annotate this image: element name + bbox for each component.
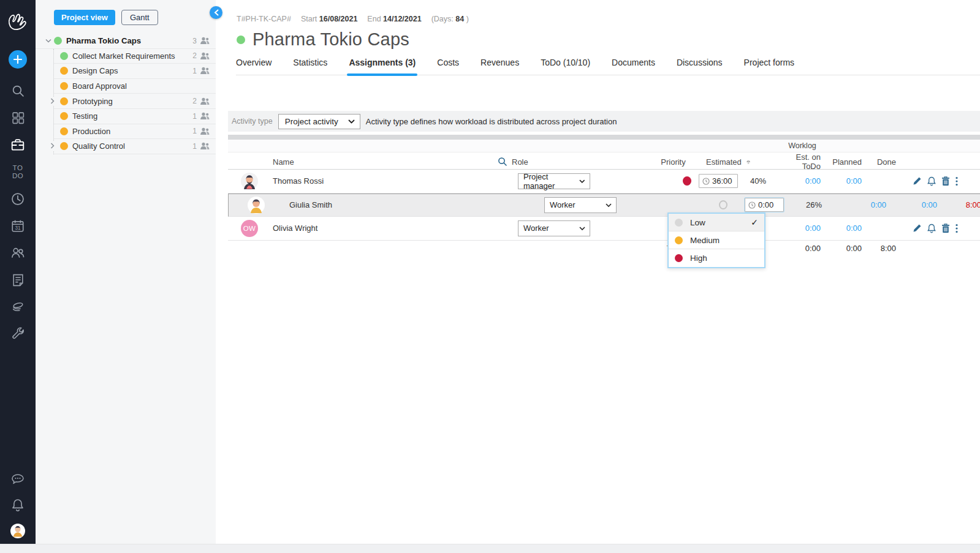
- chevron-down-icon: [606, 203, 612, 207]
- chevron-down-icon: [579, 227, 585, 230]
- avatar: [228, 173, 271, 190]
- horizontal-scrollbar-track[interactable]: [0, 544, 980, 553]
- tree-item[interactable]: Production 1: [54, 124, 216, 140]
- col-planned[interactable]: Planned: [829, 157, 870, 167]
- col-est-on-todo[interactable]: Est. on ToDo: [777, 152, 829, 171]
- tree-item[interactable]: Design Caps 1: [54, 64, 216, 79]
- tree-item-label: Testing: [72, 111, 97, 121]
- tree-children: Collect Market Requirements 2 Design Cap…: [53, 49, 216, 154]
- worklog-label: Worklog: [699, 141, 906, 150]
- estimated-input[interactable]: 36:00: [699, 174, 738, 188]
- kebab-menu-icon[interactable]: [955, 224, 958, 233]
- role-select[interactable]: Worker: [518, 220, 590, 236]
- add-icon[interactable]: [9, 50, 27, 69]
- search-icon[interactable]: [10, 83, 25, 98]
- documents-icon[interactable]: [10, 273, 25, 287]
- tab-discussions[interactable]: Discussions: [677, 58, 723, 75]
- col-done[interactable]: Done: [870, 157, 906, 167]
- tree-item[interactable]: Collect Market Requirements 2: [54, 49, 216, 64]
- est-on-todo-value[interactable]: 0:00: [805, 224, 821, 233]
- tab-statistics[interactable]: Statistics: [293, 58, 327, 75]
- tools-wrench-icon[interactable]: [10, 326, 25, 341]
- tree-item[interactable]: Quality Control 1: [54, 139, 216, 154]
- tab-costs[interactable]: Costs: [437, 58, 459, 75]
- assignment-row[interactable]: OW Olivia Wright Worker 0:00 0:00: [228, 217, 980, 241]
- project-days: (Days: 84 ): [431, 15, 469, 23]
- col-estimated[interactable]: Estimated: [699, 157, 750, 167]
- projects-briefcase-icon[interactable]: [10, 137, 25, 152]
- planned-value[interactable]: 0:00: [922, 200, 937, 209]
- project-end: End 14/12/2021: [367, 15, 421, 23]
- activity-bar: Activity type Project activity Activity …: [228, 111, 980, 132]
- tab-documents[interactable]: Documents: [612, 58, 655, 75]
- search-icon[interactable]: [498, 157, 507, 167]
- kebab-menu-icon[interactable]: [955, 176, 958, 186]
- tab-todo[interactable]: ToDo (10/10): [541, 58, 590, 75]
- delete-trash-icon[interactable]: [941, 224, 950, 233]
- assignment-row[interactable]: Thomas Rossi Project manager 36:00 40% 0…: [228, 170, 980, 194]
- dashboard-icon[interactable]: [10, 110, 25, 125]
- col-name[interactable]: Name: [271, 157, 498, 167]
- activity-type-select[interactable]: Project activity: [278, 114, 360, 129]
- chevron-down-icon[interactable]: [45, 39, 54, 43]
- edit-pencil-icon[interactable]: [913, 176, 922, 186]
- priority-dot-empty[interactable]: [719, 200, 727, 209]
- check-icon: ✓: [751, 217, 758, 227]
- table-scrollbar[interactable]: [228, 135, 980, 140]
- calendar-icon[interactable]: 31: [10, 219, 25, 233]
- priority-dot-high: [675, 254, 683, 262]
- notify-bell-icon[interactable]: [927, 224, 936, 233]
- est-on-todo-value[interactable]: 0:00: [871, 200, 886, 209]
- col-role[interactable]: Role: [498, 157, 648, 167]
- assignment-row-selected[interactable]: Giulia Smith Worker 0:00 26% 0:00 0:00 8…: [228, 194, 980, 217]
- status-dot-orange: [60, 112, 68, 120]
- page-title: Pharma Tokio Caps: [253, 29, 409, 50]
- gantt-button[interactable]: Gantt: [121, 10, 158, 25]
- assignee-name: Thomas Rossi: [271, 176, 498, 186]
- workload-percent: 26%: [806, 200, 833, 209]
- project-view-button[interactable]: Project view: [54, 10, 115, 25]
- assignee-name: Olivia Wright: [271, 224, 498, 233]
- tree-item-root[interactable]: Pharma Tokio Caps 3: [36, 34, 216, 49]
- priority-option-high[interactable]: High: [669, 249, 764, 267]
- tree-item[interactable]: Testing 1: [54, 109, 216, 124]
- edit-pencil-icon[interactable]: [913, 224, 922, 233]
- chevron-right-icon[interactable]: [50, 97, 55, 106]
- activity-type-value: Project activity: [285, 117, 338, 126]
- priority-dot-high[interactable]: [683, 176, 691, 186]
- notifications-bell-icon[interactable]: [10, 498, 25, 513]
- planned-value[interactable]: 0:00: [846, 176, 862, 186]
- collapse-panel-button[interactable]: [210, 6, 222, 19]
- costs-coins-icon[interactable]: [10, 299, 25, 314]
- time-clock-icon[interactable]: [10, 192, 25, 206]
- status-dot-orange: [60, 67, 68, 75]
- est-on-todo-value[interactable]: 0:00: [805, 176, 821, 186]
- resources-people-icon[interactable]: [10, 246, 25, 260]
- sidebar-item-todo[interactable]: TO DO: [9, 164, 27, 179]
- estimated-input-editing[interactable]: 0:00: [745, 198, 784, 212]
- project-tree-panel: Project view Gantt Pharma Tokio Caps 3 C…: [36, 0, 216, 553]
- role-select[interactable]: Worker: [544, 197, 617, 213]
- planned-value[interactable]: 0:00: [846, 224, 862, 233]
- avatar: [235, 197, 278, 214]
- role-select[interactable]: Project manager: [518, 173, 590, 189]
- tab-bar: Overview Statistics Assignments (3) Cost…: [236, 58, 980, 75]
- priority-option-low[interactable]: Low ✓: [669, 214, 764, 231]
- tab-overview[interactable]: Overview: [236, 58, 272, 75]
- tab-project-forms[interactable]: Project forms: [744, 58, 794, 75]
- chevron-right-icon[interactable]: [50, 141, 55, 151]
- app-logo-icon[interactable]: [5, 4, 31, 36]
- priority-option-medium[interactable]: Medium: [669, 231, 764, 249]
- tab-assignments[interactable]: Assignments (3): [349, 58, 416, 75]
- profile-avatar[interactable]: [10, 524, 25, 538]
- chat-icon[interactable]: [10, 472, 25, 487]
- tree-item[interactable]: Board Approval: [54, 79, 216, 94]
- tree-item[interactable]: Prototyping 2: [54, 94, 216, 109]
- col-priority[interactable]: Priority: [648, 157, 699, 167]
- tab-revenues[interactable]: Revenues: [481, 58, 519, 75]
- tree-item-label: Pharma Tokio Caps: [66, 36, 141, 45]
- people-icon: [200, 112, 210, 120]
- delete-trash-icon[interactable]: [941, 176, 950, 186]
- people-icon: [200, 97, 210, 105]
- notify-bell-icon[interactable]: [927, 176, 936, 186]
